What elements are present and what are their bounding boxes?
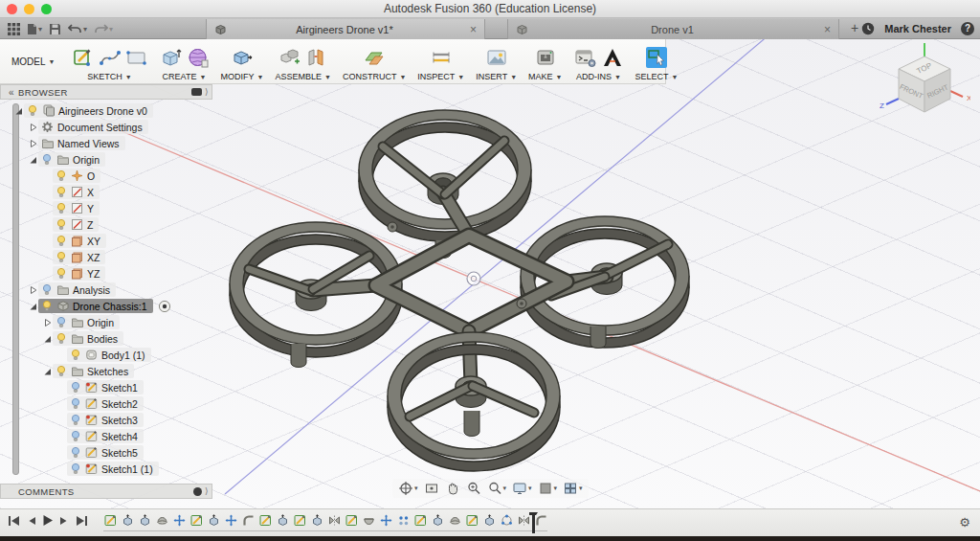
nav-fit-button[interactable]: ▾	[487, 481, 507, 496]
skip-to-end-button[interactable]	[75, 515, 88, 527]
browser-item-origin[interactable]: Origin	[0, 314, 212, 330]
timeline-feature-move[interactable]	[379, 512, 392, 528]
panel-flyout-icon[interactable]: ⟩	[205, 87, 209, 97]
nav-display-settings-button[interactable]: ▾	[512, 481, 532, 496]
joint-icon[interactable]	[305, 46, 328, 69]
timeline-feature-sketch[interactable]	[465, 512, 479, 528]
browser-header[interactable]: « BROWSER ⟩	[0, 84, 212, 100]
browser-item-x[interactable]: X	[0, 184, 212, 200]
visibility-bulb-icon[interactable]	[69, 430, 81, 442]
timeline-settings-gear-icon[interactable]: ⚙	[959, 515, 970, 530]
job-status-clock-icon[interactable]	[861, 22, 875, 35]
timeline-feature-extrude[interactable]	[207, 512, 220, 528]
timeline-feature-sketch[interactable]	[293, 512, 306, 528]
visibility-bulb-icon[interactable]	[26, 104, 38, 117]
expand-closed-icon[interactable]	[28, 284, 38, 296]
timeline-feature-revolve[interactable]	[448, 512, 461, 528]
visibility-bulb-icon[interactable]	[55, 316, 67, 328]
visibility-bulb-icon[interactable]	[69, 381, 81, 394]
image-icon[interactable]	[485, 46, 508, 69]
document-tab-inactive[interactable]: Drone v1 ×	[507, 19, 839, 39]
browser-item-bodies[interactable]: Bodies	[0, 330, 212, 347]
timeline-feature-mirror[interactable]	[327, 512, 341, 528]
visibility-bulb-icon[interactable]	[69, 446, 81, 459]
new-component-icon[interactable]	[278, 46, 301, 69]
browser-item-xz[interactable]: XZ	[0, 249, 212, 265]
browser-item-named-views[interactable]: Named Views	[0, 135, 212, 151]
expand-closed-icon[interactable]	[28, 122, 38, 133]
scripts-icon[interactable]	[574, 46, 597, 69]
browser-item-sketch1-1[interactable]: Sketch1 (1)	[0, 461, 212, 477]
undo-button[interactable]: ▾	[68, 23, 87, 34]
apps-grid-icon[interactable]	[8, 23, 20, 35]
toolbar-group-modify[interactable]: MODIFY▼	[216, 39, 269, 83]
timeline-feature-extrude[interactable]	[310, 512, 323, 528]
toolbar-group-sketch[interactable]: SKETCH▼	[67, 39, 153, 83]
visibility-bulb-icon[interactable]	[55, 235, 67, 247]
timeline-feature-move[interactable]	[224, 512, 237, 528]
nav-grid-settings-button[interactable]: ▾	[538, 481, 558, 496]
spline-icon[interactable]	[99, 46, 122, 69]
visibility-bulb-icon[interactable]	[55, 218, 67, 231]
nav-zoom-button[interactable]	[466, 481, 481, 496]
browser-item-y[interactable]: Y	[0, 200, 212, 216]
visibility-bulb-icon[interactable]	[69, 349, 81, 361]
toolbar-group-create[interactable]: CREATE▼	[155, 39, 214, 83]
expand-open-icon[interactable]	[28, 154, 38, 166]
toolbar-group-make[interactable]: MAKE▼	[523, 39, 567, 83]
visibility-bulb-icon[interactable]	[55, 169, 67, 182]
press-pull-icon[interactable]	[231, 46, 254, 69]
visibility-bulb-icon[interactable]	[69, 397, 81, 410]
panel-options-icon[interactable]	[191, 88, 202, 96]
3d-print-icon[interactable]	[534, 46, 557, 69]
origin-marker[interactable]	[467, 272, 480, 285]
browser-item-airgineers-drone-v0[interactable]: Airgineers Drone v0	[0, 102, 212, 119]
add-comment-icon[interactable]	[193, 487, 202, 496]
view-cube[interactable]: TOP FRONT RIGHT X Z	[879, 41, 970, 137]
browser-item-analysis[interactable]: Analysis	[0, 282, 212, 298]
toolbar-group-assemble[interactable]: ASSEMBLE▼	[270, 39, 335, 83]
timeline-feature-extrude[interactable]	[482, 512, 496, 528]
measure-icon[interactable]	[430, 46, 453, 69]
collapse-panel-icon[interactable]: «	[9, 87, 14, 98]
comments-header[interactable]: « COMMENTS ⟩	[0, 484, 212, 499]
nav-orbit-button[interactable]: ▾	[398, 481, 418, 496]
nav-pan-button[interactable]	[445, 481, 460, 496]
form-icon[interactable]	[187, 46, 210, 69]
timeline-feature-extrude[interactable]	[138, 512, 151, 528]
file-menu-button[interactable]: ▾	[27, 23, 42, 35]
timeline-feature-extrude[interactable]	[121, 512, 134, 528]
visibility-bulb-icon[interactable]	[69, 414, 81, 426]
toolbar-group-select[interactable]: SELECT▼	[631, 39, 683, 83]
browser-item-sketch5[interactable]: Sketch5	[0, 444, 212, 461]
timeline-feature-sketch[interactable]	[103, 512, 117, 528]
browser-item-sketches[interactable]: Sketches	[0, 363, 212, 379]
expand-closed-icon[interactable]	[42, 317, 53, 328]
visibility-bulb-icon[interactable]	[55, 365, 67, 377]
timeline-feature-circular-pattern[interactable]	[500, 512, 513, 528]
browser-item-z[interactable]: Z	[0, 216, 212, 233]
nav-viewports-button[interactable]: ▾	[563, 481, 583, 496]
skip-to-start-button[interactable]	[8, 515, 21, 527]
box-icon[interactable]	[160, 46, 183, 69]
browser-item-origin[interactable]: Origin	[0, 151, 212, 168]
visibility-bulb-icon[interactable]	[55, 202, 67, 214]
step-back-button[interactable]	[27, 515, 36, 527]
timeline-feature-pattern[interactable]	[396, 512, 410, 528]
browser-item-o[interactable]: O	[0, 168, 212, 184]
toolbar-group-model[interactable]: MODEL▼	[2, 39, 65, 83]
browser-item-yz[interactable]: YZ	[0, 265, 212, 282]
expand-open-icon[interactable]	[42, 333, 53, 345]
timeline-feature-sketch[interactable]	[413, 512, 427, 528]
timeline-feature-move[interactable]	[172, 512, 186, 528]
rectangle-icon[interactable]	[125, 46, 148, 69]
drone-chassis-model[interactable]	[230, 110, 689, 471]
save-button[interactable]	[49, 23, 61, 35]
timeline-feature-sketch[interactable]	[189, 512, 203, 528]
toolbar-group-insert[interactable]: INSERT▼	[471, 39, 522, 83]
expand-open-icon[interactable]	[28, 301, 38, 312]
timeline-feature-extrude[interactable]	[431, 512, 444, 528]
visibility-bulb-icon[interactable]	[55, 332, 67, 345]
nav-look-at-button[interactable]	[424, 481, 439, 496]
timeline-feature-revolve[interactable]	[155, 512, 168, 528]
